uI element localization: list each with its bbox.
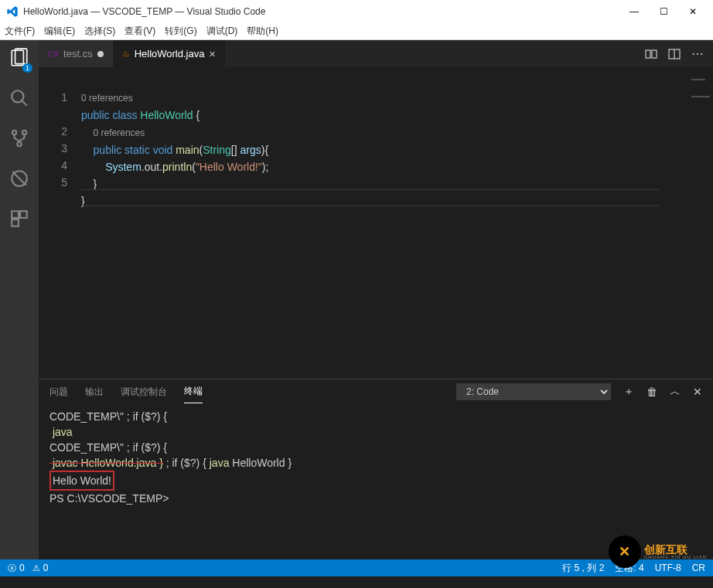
tab-actions: ⋯	[645, 40, 713, 67]
panel-actions: 2: Code ＋ 🗑 ︿ ✕	[456, 383, 702, 400]
window-title: HelloWorld.java — VSCODE_TEMP — Visual S…	[23, 6, 626, 17]
minimize-button[interactable]: —	[626, 6, 642, 17]
status-left: ⓧ0 ⚠0	[8, 563, 48, 574]
minimap[interactable]: ▬▬▬▬▬▬▬	[691, 70, 710, 104]
svg-rect-13	[652, 50, 657, 58]
status-warnings[interactable]: ⚠0	[32, 563, 49, 573]
tab-test-cs[interactable]: C# test.cs	[39, 40, 113, 67]
tab-label: test.cs	[63, 48, 93, 59]
panel-tab-output[interactable]: 输出	[85, 381, 104, 403]
error-icon: ⓧ	[8, 563, 16, 574]
menu-view[interactable]: 查看(V)	[125, 25, 155, 38]
panel-tab-debug-console[interactable]: 调试控制台	[121, 381, 167, 403]
source-control-icon[interactable]	[9, 128, 29, 151]
dirty-indicator-icon	[97, 51, 104, 57]
maximize-button[interactable]: ☐	[656, 6, 671, 17]
menu-debug[interactable]: 调试(D)	[206, 25, 238, 38]
code-content[interactable]: 0 references public class HelloWorld { 0…	[81, 72, 713, 379]
more-actions-icon[interactable]: ⋯	[691, 46, 704, 61]
svg-point-2	[12, 90, 23, 102]
line-numbers: 1 2 3 4 5	[39, 72, 81, 379]
tab-label: HelloWorld.java	[135, 48, 205, 59]
svg-rect-10	[20, 211, 27, 218]
vscode-icon	[6, 5, 19, 18]
extensions-icon[interactable]	[9, 209, 29, 232]
search-icon[interactable]	[9, 88, 29, 111]
svg-point-6	[17, 142, 21, 146]
activity-bar: 1	[0, 40, 39, 559]
debug-icon[interactable]	[9, 168, 29, 192]
terminal-selector[interactable]: 2: Code	[456, 383, 611, 400]
svg-point-5	[22, 131, 26, 134]
tab-helloworld-java[interactable]: ♨ HelloWorld.java ×	[113, 40, 225, 67]
watermark-sub: CHUANG XIN HU LIAN	[644, 555, 707, 559]
watermark-brand: 创新互联	[644, 544, 707, 555]
panel-tabs: 问题 输出 调试控制台 终端 2: Code ＋ 🗑 ︿ ✕	[39, 379, 713, 404]
current-line-highlight	[81, 189, 659, 206]
bottom-panel: 问题 输出 调试控制台 终端 2: Code ＋ 🗑 ︿ ✕ CODE_TEMP…	[39, 379, 713, 559]
compare-icon[interactable]	[645, 48, 657, 60]
menu-file[interactable]: 文件(F)	[5, 25, 35, 38]
title-bar: HelloWorld.java — VSCODE_TEMP — Visual S…	[0, 0, 713, 23]
watermark: ✕ 创新互联 CHUANG XIN HU LIAN	[609, 535, 707, 568]
explorer-badge: 1	[22, 63, 32, 73]
menu-bar: 文件(F) 编辑(E) 选择(S) 查看(V) 转到(G) 调试(D) 帮助(H…	[0, 23, 713, 40]
svg-rect-9	[12, 211, 19, 218]
panel-tab-terminal[interactable]: 终端	[184, 380, 203, 403]
svg-rect-11	[12, 219, 19, 226]
split-editor-icon[interactable]	[668, 48, 681, 60]
status-cursor-position[interactable]: 行 5 , 列 2	[562, 562, 604, 575]
java-icon: ♨	[122, 49, 130, 59]
kill-terminal-icon[interactable]: 🗑	[646, 386, 657, 398]
window-controls: — ☐ ✕	[626, 6, 707, 17]
csharp-icon: C#	[48, 49, 59, 59]
status-bar: ⓧ0 ⚠0 行 5 , 列 2 空格: 4 UTF-8 CR	[0, 559, 713, 576]
new-terminal-icon[interactable]: ＋	[623, 385, 634, 399]
menu-select[interactable]: 选择(S)	[84, 25, 115, 38]
close-panel-icon[interactable]: ✕	[693, 386, 702, 398]
watermark-logo-icon: ✕	[609, 535, 641, 568]
svg-point-4	[12, 131, 16, 134]
svg-line-3	[22, 100, 27, 106]
warning-icon: ⚠	[32, 563, 40, 573]
maximize-panel-icon[interactable]: ︿	[670, 385, 681, 399]
menu-goto[interactable]: 转到(G)	[165, 25, 196, 38]
explorer-icon[interactable]: 1	[9, 48, 29, 71]
panel-tab-problems[interactable]: 问题	[49, 381, 68, 403]
svg-line-8	[12, 172, 26, 185]
close-tab-icon[interactable]: ×	[209, 48, 215, 60]
menu-help[interactable]: 帮助(H)	[247, 25, 278, 38]
menu-edit[interactable]: 编辑(E)	[44, 25, 75, 38]
main-area: 1 C# test.cs ♨ HelloWorld.java ×	[0, 40, 713, 559]
status-errors[interactable]: ⓧ0	[8, 563, 25, 574]
editor-tabs: C# test.cs ♨ HelloWorld.java × ⋯	[39, 40, 713, 67]
code-editor[interactable]: 1 2 3 4 5 0 references public class Hell…	[39, 67, 713, 379]
close-button[interactable]: ✕	[685, 6, 701, 17]
highlighted-output: Hello World!	[49, 471, 114, 491]
svg-rect-12	[646, 50, 650, 58]
editor-area: C# test.cs ♨ HelloWorld.java × ⋯ 1	[39, 40, 713, 559]
